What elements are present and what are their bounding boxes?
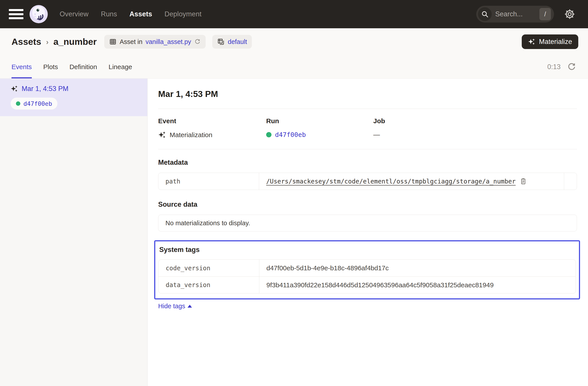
source-data-heading: Source data (158, 201, 577, 208)
table-row: path /Users/smackesey/stm/code/elementl/… (158, 173, 577, 190)
system-tag-key: data_version (159, 277, 259, 293)
refresh-countdown: 0:13 (547, 63, 561, 71)
refresh-icon[interactable] (566, 61, 577, 72)
asset-header: Assets › a_number Asset in vanilla_asset… (0, 28, 588, 55)
menu-icon[interactable] (9, 9, 23, 20)
run-id-label: d47f00eb (23, 100, 52, 107)
caret-up-icon (188, 305, 192, 308)
table-grid-icon (109, 38, 117, 45)
top-nav: Overview Runs Assets Deployment / (0, 0, 588, 28)
chevron-right-icon: › (46, 38, 48, 46)
tab-events[interactable]: Events (11, 55, 32, 78)
materialization-sparkle-icon (11, 85, 18, 93)
materialize-label: Materialize (539, 38, 572, 46)
job-column-label: Job (373, 117, 577, 125)
system-tags-table: code_version d47f00eb-5d1b-4e9e-b18c-489… (158, 260, 576, 293)
table-row: data_version 9f3b411a390fd22e158d446d5d1… (159, 276, 576, 293)
hide-tags-label: Hide tags (158, 303, 185, 310)
asset-file-link[interactable]: vanilla_asset.py (146, 38, 191, 45)
metadata-row-expand-cell[interactable] (564, 173, 577, 190)
system-tags-highlight-box: System tags code_version d47f00eb-5d1b-4… (154, 240, 580, 299)
primary-nav: Overview Runs Assets Deployment (60, 10, 201, 18)
tab-definition[interactable]: Definition (69, 55, 97, 78)
nav-item-runs[interactable]: Runs (101, 10, 117, 18)
divider (158, 109, 577, 109)
run-id-pill[interactable]: d47f00eb (11, 98, 57, 110)
system-tag-value: d47f00eb-5d1b-4e9e-b18c-4896af4bd17c (259, 260, 576, 276)
breadcrumb: Assets › a_number (11, 37, 97, 47)
nav-item-deployment[interactable]: Deployment (165, 10, 201, 18)
system-tag-key: code_version (159, 260, 259, 276)
settings-gear-icon[interactable] (564, 8, 576, 20)
metadata-key: path (158, 173, 259, 190)
table-row: code_version d47f00eb-5d1b-4e9e-b18c-489… (159, 260, 576, 276)
tab-plots[interactable]: Plots (43, 55, 58, 78)
run-id-link[interactable]: d47f00eb (275, 131, 306, 139)
tab-lineage[interactable]: Lineage (109, 55, 132, 78)
metadata-heading: Metadata (158, 159, 577, 166)
breadcrumb-asset-name: a_number (53, 37, 97, 47)
metadata-path-link[interactable]: /Users/smackesey/stm/code/elementl/oss/t… (266, 178, 516, 185)
search-icon (478, 7, 492, 21)
search-box[interactable]: / (476, 6, 554, 22)
job-value: — (373, 131, 380, 139)
event-type-value: Materialization (170, 131, 212, 139)
hide-tags-link[interactable]: Hide tags (158, 303, 192, 310)
dagster-logo-icon[interactable] (29, 5, 48, 24)
system-tag-value: 9f3b411a390fd22e158d446d5d12504963596aa6… (259, 277, 576, 293)
event-list-sidebar: Mar 1, 4:53 PM d47f00eb (0, 79, 147, 386)
sparkle-icon (528, 38, 535, 45)
event-list-item[interactable]: Mar 1, 4:53 PM d47f00eb (0, 79, 147, 116)
event-column-label: Event (158, 117, 266, 125)
breadcrumb-assets-link[interactable]: Assets (11, 37, 41, 47)
materialize-button[interactable]: Materialize (522, 34, 578, 49)
asset-badge-prefix: Asset in (120, 38, 143, 45)
materialization-sparkle-icon (158, 131, 166, 139)
event-detail-panel: Mar 1, 4:53 PM Event Materialization Run (147, 79, 588, 386)
asset-definition-badge[interactable]: Asset in vanilla_asset.py (104, 35, 206, 49)
event-timestamp-link[interactable]: Mar 1, 4:53 PM (22, 85, 68, 93)
source-data-empty-message: No materializations to display. (158, 215, 577, 231)
event-detail-title: Mar 1, 4:53 PM (158, 89, 577, 99)
repository-badge[interactable]: default (212, 35, 252, 49)
system-tags-heading: System tags (159, 246, 576, 254)
metadata-table: path /Users/smackesey/stm/code/elementl/… (158, 173, 577, 190)
search-shortcut-key: / (539, 8, 551, 20)
repo-name-link[interactable]: default (228, 38, 247, 45)
run-column-label: Run (266, 117, 373, 125)
nav-item-overview[interactable]: Overview (60, 10, 89, 18)
asset-tabs-bar: Events Plots Definition Lineage 0:13 (0, 55, 588, 79)
nav-item-assets[interactable]: Assets (129, 10, 152, 18)
reload-icon[interactable] (194, 39, 201, 45)
copy-to-clipboard-icon[interactable] (520, 178, 527, 185)
repo-grid-icon (217, 38, 225, 45)
run-success-dot-icon (266, 132, 272, 137)
search-input[interactable] (495, 10, 539, 18)
run-success-dot-icon (16, 101, 20, 106)
